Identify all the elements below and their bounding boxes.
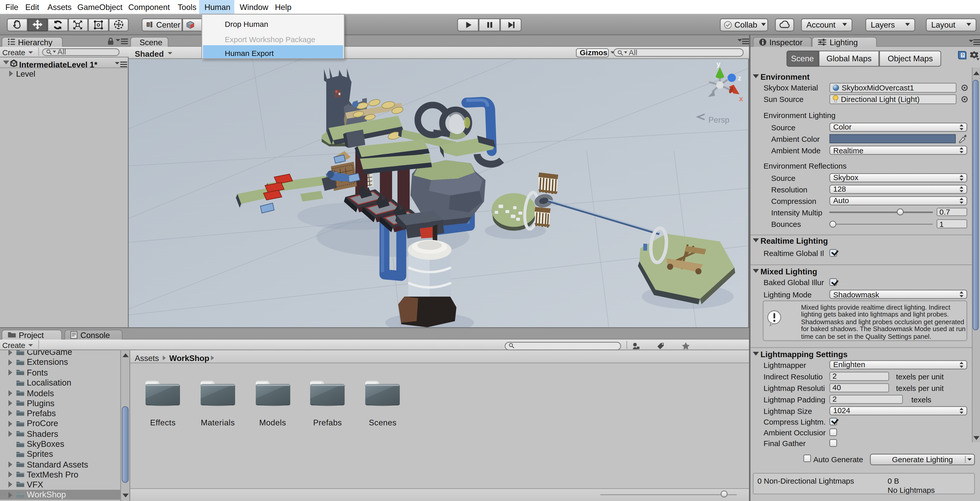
svg-text:Persp: Persp xyxy=(709,115,730,124)
svg-text:x: x xyxy=(739,94,743,103)
svg-text:?: ? xyxy=(962,53,964,57)
svg-text:z: z xyxy=(738,74,741,82)
svg-text:y: y xyxy=(717,60,721,68)
